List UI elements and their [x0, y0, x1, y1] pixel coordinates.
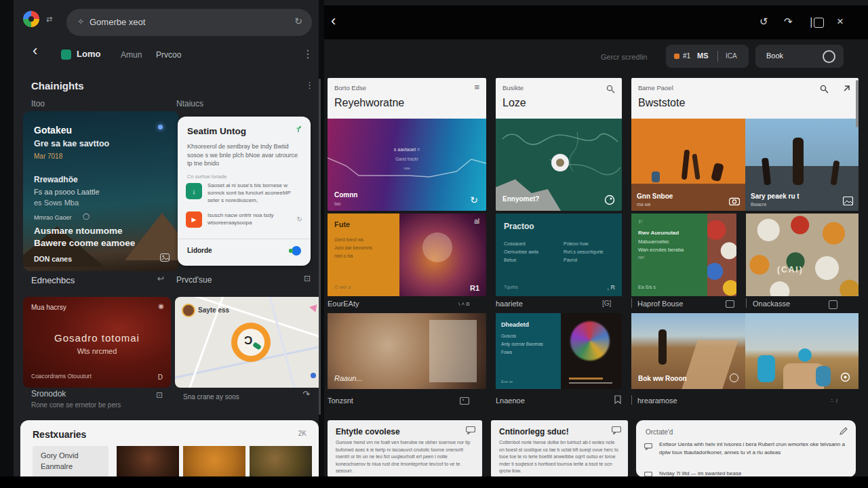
redo-icon[interactable]: ↷ [784, 16, 793, 28]
caption-left-icon[interactable]: ⊡ [156, 390, 163, 400]
settings-card[interactable]: Seatim Untog Khsoreerol de sentbray be t… [178, 117, 311, 266]
photo-icon[interactable] [843, 197, 853, 205]
open-external-icon[interactable] [842, 85, 850, 94]
item-refresh-icon[interactable]: ↻ [297, 216, 302, 223]
chips-ghost-label[interactable]: Gercr scredlin [601, 53, 647, 61]
box-icon[interactable]: ⊡ [304, 274, 311, 283]
dhead-text-panel: Dheadetd Guscos Ardy ocenar Bwomas Fowa … [496, 313, 561, 389]
menu-icon[interactable]: ≡ [474, 82, 479, 92]
green-text-card[interactable]: ⚐ Rwv Aueunutad Matuueroetec Wan ecrutes… [631, 214, 736, 296]
tab-secondary[interactable]: Amun [121, 50, 142, 60]
night-sky-card[interactable]: Gotakeu Gre sa kae savttoo Mar 7018 Rrew… [23, 111, 179, 271]
compass-icon[interactable] [604, 195, 615, 205]
night-card-subtitle: Gre sa kae savttoo [34, 139, 109, 148]
candy-caption[interactable]: Onackasse [753, 300, 790, 308]
settings-card-footer[interactable]: Lidorde [187, 247, 212, 254]
restaurants-card[interactable]: Restxuaries 2K Gory Onvid Eanmalre [20, 420, 319, 477]
chart-refresh-icon[interactable]: ↻ [470, 195, 478, 205]
people-photo-card[interactable]: Raaun... [328, 313, 486, 389]
tab-counter-icon[interactable] [814, 18, 824, 28]
trail-caption-icons[interactable]: ∴ ≀ [830, 397, 838, 404]
speech-bubble-icon[interactable] [466, 426, 475, 434]
food-thumb-3[interactable] [250, 446, 312, 477]
photos-right-image[interactable]: Sary peaek ru t Bwacre [745, 119, 859, 211]
map-card[interactable]: Sayte ess Ɔ [175, 297, 319, 388]
note-card-2[interactable]: Cntinorlegg sduc! Cotbrnbot norie hwroe … [491, 420, 628, 477]
tab-tertiary[interactable]: Prvcoo [156, 50, 181, 60]
chart-card[interactable]: Borto Edse ≡ Reyehworatne s aavtaoet = G… [328, 78, 486, 211]
search-bar[interactable]: ✧ Gomerbe xeot ↻ [66, 9, 312, 36]
food-thumb-2[interactable] [183, 446, 245, 477]
tab-primary[interactable]: Lomo [77, 49, 100, 59]
green-map-card[interactable]: Busikte Loze Ennyomet? [496, 78, 622, 211]
bookmark-icon[interactable] [614, 395, 621, 404]
camera-icon[interactable] [729, 197, 740, 205]
practoo-b2: Rvrl,s oesucrtqurte [564, 249, 604, 256]
photos-card[interactable]: Bame Paoel Bwststote Gnn Snboe ma we [631, 78, 859, 211]
search-icon[interactable] [820, 85, 829, 94]
section-label-right[interactable]: Prvcd'sue [176, 275, 212, 285]
photo-icon[interactable] [460, 397, 469, 405]
figure-silhouette [692, 154, 700, 180]
map-marker-inner: Ɔ [237, 329, 264, 356]
candy-sliver-image [707, 214, 736, 296]
search-icon[interactable] [606, 85, 615, 94]
section-label-left[interactable]: Ednechbcs [31, 275, 75, 285]
dhead-caption[interactable]: Lnaenoe [496, 396, 525, 405]
trail-card[interactable]: Bok ww Rooon [631, 313, 859, 389]
food-thumb-1[interactable] [117, 446, 179, 477]
caption-right-icon[interactable]: ↷ [302, 389, 310, 399]
caption-right[interactable]: Sna crane ay soos [183, 393, 239, 401]
caption-left-title[interactable]: Sronodok [31, 389, 66, 399]
close-icon[interactable]: × [837, 15, 844, 28]
fute-card[interactable]: Fute Gerd foect ws Juro dar becomns ned … [328, 214, 486, 296]
photos-left-image[interactable]: Gnn Snboe ma we [631, 119, 745, 211]
account-dot-icon[interactable] [292, 246, 301, 256]
fute-caption-icons[interactable]: \ ˄ B [458, 301, 470, 307]
right-scrollbar[interactable] [856, 80, 859, 127]
practoo-caption-icon[interactable]: [G] [602, 300, 611, 307]
trail-caption[interactable]: hrearamose [637, 396, 677, 405]
left-scrollbar[interactable] [319, 79, 321, 415]
square-icon[interactable] [829, 300, 837, 309]
filter-chip[interactable]: #1 MS ICA [666, 45, 749, 68]
reply-icon[interactable]: ↩ [157, 274, 164, 283]
people-caption[interactable]: Tonzsnt [328, 396, 353, 405]
pencil-icon[interactable] [840, 427, 848, 435]
practoo-caption[interactable]: haariete [496, 300, 523, 308]
browser-back-icon[interactable]: ‹ [331, 12, 336, 30]
history-icon[interactable]: ↺ [760, 16, 768, 28]
fute-caption[interactable]: EourEAty [328, 300, 359, 308]
photo-icon[interactable] [160, 253, 170, 262]
trail-left-photo: Bok ww Rooon [631, 313, 745, 389]
settings-item-2[interactable]: Isusch nacw ontrtr noa tsdy wtsoreeraays… [208, 211, 283, 226]
restaurants-title: Restxuaries [33, 429, 86, 440]
red-feature-card[interactable]: Mua hacrsy ◉ Gosadro totomai Wts nrcmed … [23, 297, 171, 388]
search-query[interactable]: Gomerbe xeot [90, 17, 145, 27]
candy-overlay: (CAI) [777, 265, 804, 274]
book-chip[interactable]: Book [755, 45, 844, 68]
green-line3: Wan ecrutes beraba [638, 247, 684, 253]
speech-bubble-icon[interactable] [612, 426, 621, 434]
overflow-menu-icon[interactable]: ⋮ [302, 47, 313, 60]
settings-item-1[interactable]: Saoset al ni suse's bis bornese w sonnck… [208, 182, 302, 205]
chart-card-title: Reyehworatne [334, 97, 404, 109]
caption-left-sub: Rone cone se ernetor be pers [31, 401, 121, 409]
practoo-card[interactable]: Practoo Cossaoed Oemuvbee awta Betue Pol… [496, 214, 622, 296]
refresh-icon[interactable]: ↻ [294, 16, 302, 26]
caption-divider [631, 395, 632, 405]
circle-icon [730, 373, 738, 382]
candy-card[interactable]: (CAI) [746, 214, 859, 296]
sync-icon[interactable]: ⇄ [46, 15, 52, 24]
note-card-1[interactable]: Ehtytle covolese Gunove hwnd vrn ne foat… [328, 420, 482, 477]
note-card-3[interactable]: Orctate'd Extteor Uenta whh helv int Ivs… [636, 420, 856, 477]
section-menu-icon[interactable]: ⋮ [305, 80, 314, 90]
back-icon[interactable]: ‹ [33, 42, 37, 60]
chart-card-footer: Comnn [334, 191, 357, 199]
red-card-title: Gosadro totomai [23, 332, 171, 344]
green-caption[interactable]: Haprof Bouse [637, 300, 683, 308]
photo-icon[interactable] [726, 300, 734, 308]
restaurants-textbox[interactable]: Gory Onvid Eanmalre [33, 446, 108, 477]
sprout-icon [294, 125, 302, 133]
dhead-card[interactable]: Dheadetd Guscos Ardy ocenar Bwomas Fowa … [496, 313, 622, 389]
